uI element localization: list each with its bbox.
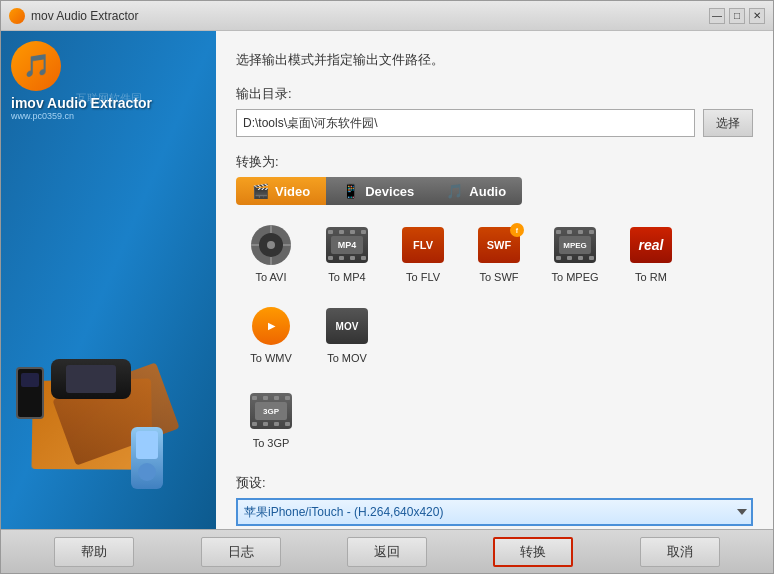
convert-for-label: 转换为: bbox=[236, 153, 753, 171]
title-bar: mov Audio Extractor — □ ✕ bbox=[1, 1, 773, 31]
format-grid-row2: 3GP bbox=[236, 383, 753, 458]
bottom-bar: 帮助 日志 返回 转换 取消 bbox=[1, 529, 773, 573]
window-controls: — □ ✕ bbox=[709, 8, 765, 24]
convert-button[interactable]: 转换 bbox=[493, 537, 573, 567]
output-dir-label: 输出目录: bbox=[236, 85, 753, 103]
cancel-button[interactable]: 取消 bbox=[640, 537, 720, 567]
format-rm[interactable]: real To RM bbox=[616, 217, 686, 292]
format-grid: To AVI bbox=[236, 217, 753, 373]
rm-icon: real bbox=[630, 227, 672, 263]
phone-decoration bbox=[16, 367, 44, 419]
wmv-icon: ▶ bbox=[252, 307, 290, 345]
psp-decoration bbox=[51, 359, 131, 399]
audio-tab-icon: 🎵 bbox=[446, 183, 463, 199]
tab-audio[interactable]: 🎵 Audio bbox=[430, 177, 522, 205]
format-mp4[interactable]: MP4 bbox=[312, 217, 382, 292]
format-swf[interactable]: SWF f To SWF bbox=[464, 217, 534, 292]
flv-label: To FLV bbox=[406, 271, 440, 283]
avi-icon bbox=[250, 224, 292, 266]
minimize-button[interactable]: — bbox=[709, 8, 725, 24]
3gp-icon: 3GP bbox=[250, 393, 292, 429]
content-area: 🎵 imov Audio Extractor www.pc0359.cn 互联网… bbox=[1, 31, 773, 529]
flv-icon: FLV bbox=[402, 227, 444, 263]
output-dir-group: 输出目录: 选择 bbox=[236, 85, 753, 137]
devices-tab-icon: 📱 bbox=[342, 183, 359, 199]
mp4-icon: MP4 bbox=[326, 227, 368, 263]
window-title: mov Audio Extractor bbox=[31, 9, 709, 23]
mpeg-icon: MPEG bbox=[554, 227, 596, 263]
rm-label: To RM bbox=[635, 271, 667, 283]
app-logo: 🎵 imov Audio Extractor www.pc0359.cn bbox=[11, 41, 152, 121]
mov-label: To MOV bbox=[327, 352, 367, 364]
log-button[interactable]: 日志 bbox=[201, 537, 281, 567]
main-window: mov Audio Extractor — □ ✕ 🎵 imov Audio E… bbox=[0, 0, 774, 574]
format-tabs: 🎬 Video 📱 Devices 🎵 Audio bbox=[236, 177, 753, 205]
format-flv[interactable]: FLV To FLV bbox=[388, 217, 458, 292]
output-path-input[interactable] bbox=[236, 109, 695, 137]
preset-select[interactable]: 苹果iPhone/iTouch - (H.264,640x420) 苹果iPad… bbox=[236, 498, 753, 526]
preset-label: 预设: bbox=[236, 474, 753, 492]
output-dir-row: 选择 bbox=[236, 109, 753, 137]
mov-icon: MOV bbox=[326, 308, 368, 344]
tab-audio-label: Audio bbox=[469, 184, 506, 199]
mp4-label: To MP4 bbox=[328, 271, 365, 283]
back-button[interactable]: 返回 bbox=[347, 537, 427, 567]
close-button[interactable]: ✕ bbox=[749, 8, 765, 24]
left-decoration bbox=[1, 229, 216, 529]
logo-text: imov Audio Extractor bbox=[11, 95, 152, 111]
mpeg-label: To MPEG bbox=[551, 271, 598, 283]
format-mpeg[interactable]: MPEG bbox=[540, 217, 610, 292]
maximize-button[interactable]: □ bbox=[729, 8, 745, 24]
app-icon bbox=[9, 8, 25, 24]
tab-devices[interactable]: 📱 Devices bbox=[326, 177, 430, 205]
help-button[interactable]: 帮助 bbox=[54, 537, 134, 567]
ipod-decoration bbox=[131, 427, 163, 489]
swf-label: To SWF bbox=[479, 271, 518, 283]
preset-select-wrap: 苹果iPhone/iTouch - (H.264,640x420) 苹果iPad… bbox=[236, 498, 753, 526]
format-wmv[interactable]: ▶ To WMV bbox=[236, 298, 306, 373]
format-avi[interactable]: To AVI bbox=[236, 217, 306, 292]
tab-video-label: Video bbox=[275, 184, 310, 199]
logo-sub: www.pc0359.cn bbox=[11, 111, 152, 121]
tab-video[interactable]: 🎬 Video bbox=[236, 177, 326, 205]
wmv-label: To WMV bbox=[250, 352, 292, 364]
preset-section: 预设: 苹果iPhone/iTouch - (H.264,640x420) 苹果… bbox=[236, 474, 753, 526]
convert-for-group: 转换为: 🎬 Video 📱 Devices 🎵 Audio bbox=[236, 153, 753, 526]
format-3gp[interactable]: 3GP bbox=[236, 383, 306, 458]
swf-icon: SWF f bbox=[478, 227, 520, 263]
format-mov[interactable]: MOV To MOV bbox=[312, 298, 382, 373]
browse-button[interactable]: 选择 bbox=[703, 109, 753, 137]
logo-icon: 🎵 bbox=[11, 41, 61, 91]
left-panel: 🎵 imov Audio Extractor www.pc0359.cn 互联网… bbox=[1, 31, 216, 529]
instruction-text: 选择输出模式并指定输出文件路径。 bbox=[236, 51, 753, 69]
tab-devices-label: Devices bbox=[365, 184, 414, 199]
right-panel: 选择输出模式并指定输出文件路径。 输出目录: 选择 转换为: 🎬 Video bbox=[216, 31, 773, 529]
video-tab-icon: 🎬 bbox=[252, 183, 269, 199]
avi-label: To AVI bbox=[256, 271, 287, 283]
3gp-label: To 3GP bbox=[253, 437, 290, 449]
svg-point-2 bbox=[267, 241, 275, 249]
